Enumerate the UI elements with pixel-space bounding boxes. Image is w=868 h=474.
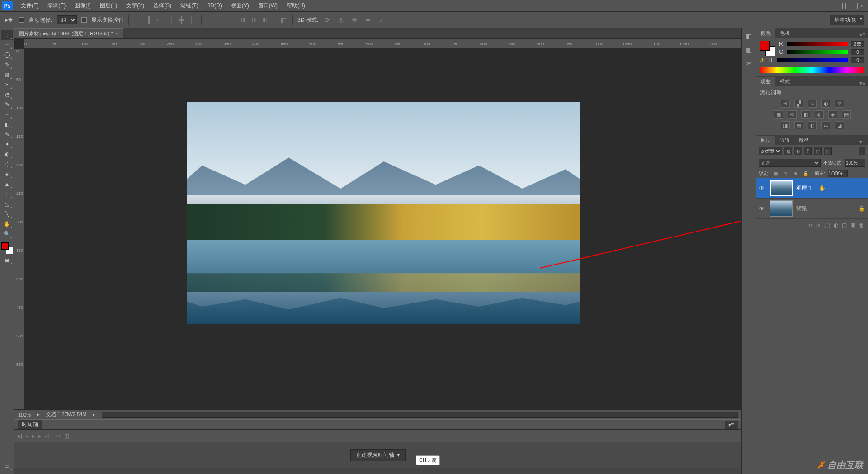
menu-图层L[interactable]: 图层(L): [95, 2, 122, 9]
tool-18[interactable]: ╲: [1, 209, 13, 219]
tool-19[interactable]: ✋: [1, 219, 13, 229]
layer-filter-dropdown[interactable]: ρ 类型: [759, 147, 782, 155]
channel-G-value[interactable]: 0: [851, 49, 864, 55]
tab-styles[interactable]: 样式: [775, 77, 794, 86]
auto-select-checkbox[interactable]: [19, 17, 24, 23]
layer-item[interactable]: 👁背景🔒: [756, 199, 868, 219]
dist-left-icon[interactable]: Ⅲ: [239, 15, 248, 24]
tab-paths[interactable]: 路径: [794, 136, 813, 145]
quick-mask-icon[interactable]: ◙: [1, 255, 13, 265]
tool-16[interactable]: T: [1, 189, 13, 199]
layer-name[interactable]: 背景: [796, 205, 807, 213]
menu-帮助H[interactable]: 帮助(H): [282, 2, 310, 9]
dist-hcenter-icon[interactable]: Ⅲ: [250, 15, 259, 24]
colorbalance-icon[interactable]: ⚖: [788, 110, 797, 118]
document-tab[interactable]: 图片素材.jpeg @ 100% (图层 1, RGB/8#) * ×: [14, 28, 123, 38]
next-frame-icon[interactable]: ▸: [38, 433, 41, 439]
tool-5[interactable]: ✂: [1, 80, 13, 90]
panel-menu-icon[interactable]: ▾≡: [857, 32, 868, 38]
tool-6[interactable]: ◔: [1, 90, 13, 100]
workspace-dropdown[interactable]: 基本功能: [830, 15, 864, 25]
tab-channels[interactable]: 通道: [775, 136, 794, 145]
bw-icon[interactable]: ◧: [801, 110, 810, 118]
menu-3DD[interactable]: 3D(D): [203, 2, 226, 9]
hue-strip[interactable]: [760, 67, 864, 73]
slide-3d-icon[interactable]: ⇔: [363, 15, 373, 24]
color-mini-icon[interactable]: ◧: [745, 32, 754, 41]
filter-shape-icon[interactable]: ▢: [814, 147, 822, 155]
auto-select-dropdown[interactable]: 组: [57, 15, 77, 24]
screen-mode-icon[interactable]: ▭: [1, 461, 13, 471]
panel-menu-icon[interactable]: ▾≡: [857, 80, 868, 86]
foreground-color-swatch[interactable]: [1, 242, 9, 250]
zoom-popup-icon[interactable]: ▸: [37, 412, 40, 417]
timeline-tab[interactable]: 时间轴: [18, 420, 42, 429]
fill-input[interactable]: [828, 170, 848, 177]
align-hcenter-icon[interactable]: ╪: [177, 15, 186, 24]
filter-type-icon[interactable]: T: [804, 147, 812, 155]
go-last-icon[interactable]: ◂|: [45, 433, 49, 439]
filter-adjust-icon[interactable]: ◐: [794, 147, 802, 155]
opacity-input[interactable]: [845, 159, 865, 167]
maximize-button[interactable]: □: [845, 3, 854, 9]
exposure-icon[interactable]: ◐: [821, 100, 830, 108]
transition-icon[interactable]: ◫: [64, 433, 69, 439]
canvas[interactable]: [24, 49, 741, 409]
menu-文件F[interactable]: 文件(F): [16, 2, 43, 9]
menu-滤镜T[interactable]: 滤镜(T): [176, 2, 203, 9]
tool-2[interactable]: ◯: [1, 50, 13, 60]
menu-编辑E[interactable]: 编辑(E): [43, 2, 70, 9]
play-icon[interactable]: ▸: [32, 433, 35, 439]
channelmixer-icon[interactable]: ◈: [828, 110, 837, 118]
menu-窗口W[interactable]: 窗口(W): [254, 2, 282, 9]
layer-thumbnail[interactable]: [770, 180, 793, 196]
minimize-button[interactable]: —: [834, 3, 843, 9]
dist-top-icon[interactable]: ≡: [206, 15, 215, 24]
tool-17[interactable]: ◺: [1, 199, 13, 209]
channel-B-slider[interactable]: [777, 58, 848, 62]
lock-all-icon[interactable]: 🔒: [802, 170, 809, 177]
tool-9[interactable]: ◧: [1, 119, 13, 129]
auto-align-icon[interactable]: ▦: [279, 15, 288, 24]
scrollbar-horizontal[interactable]: [102, 412, 738, 418]
color-swatch[interactable]: [1, 242, 13, 254]
align-top-icon[interactable]: ⌐: [133, 15, 142, 24]
align-vcenter-icon[interactable]: ╫: [144, 15, 153, 24]
layer-item[interactable]: 👁图层 1✋: [756, 178, 868, 199]
create-timeline-button[interactable]: 创建视频时间轴▾: [350, 449, 406, 461]
align-right-icon[interactable]: ╢: [188, 15, 197, 24]
dist-right-icon[interactable]: Ⅲ: [260, 15, 269, 24]
tool-14[interactable]: ◈: [1, 169, 13, 179]
tool-15[interactable]: ▲: [1, 179, 13, 189]
roll-3d-icon[interactable]: ◎: [336, 15, 345, 24]
dist-vcenter-icon[interactable]: ≡: [217, 15, 226, 24]
pan-3d-icon[interactable]: ✥: [350, 15, 359, 24]
levels-icon[interactable]: ▞: [794, 100, 803, 108]
show-transform-checkbox[interactable]: [81, 17, 87, 23]
go-first-icon[interactable]: ▸|: [18, 433, 22, 439]
layer-name[interactable]: 图层 1: [796, 185, 811, 192]
tool-0[interactable]: ↕: [1, 30, 13, 40]
link-layers-icon[interactable]: ⇔: [808, 222, 813, 228]
tool-7[interactable]: ✎: [1, 100, 13, 109]
new-group-icon[interactable]: ▢: [842, 222, 847, 228]
visibility-icon[interactable]: 👁: [759, 205, 766, 212]
lock-position-icon[interactable]: ✥: [792, 170, 799, 177]
tab-adjustments[interactable]: 调整: [756, 77, 775, 86]
channel-R-value[interactable]: 255: [851, 41, 864, 47]
invert-icon[interactable]: ◨: [781, 121, 790, 129]
tool-12[interactable]: ◐: [1, 149, 13, 159]
colorlookup-icon[interactable]: ▤: [842, 110, 851, 118]
layer-fx-icon[interactable]: fx: [816, 222, 821, 228]
vibrance-icon[interactable]: ▽: [835, 100, 844, 108]
menu-文字Y[interactable]: 文字(Y): [122, 2, 149, 9]
close-button[interactable]: ×: [857, 3, 866, 9]
tool-3[interactable]: ✎: [1, 60, 13, 70]
filter-pixel-icon[interactable]: ▩: [784, 147, 792, 155]
tool-4[interactable]: ▩: [1, 70, 13, 80]
hue-icon[interactable]: ▦: [774, 110, 783, 118]
layer-mask-icon[interactable]: ◯: [824, 222, 830, 228]
filter-toggle[interactable]: [859, 147, 865, 155]
channel-B-value[interactable]: 0: [851, 57, 864, 63]
tab-layers[interactable]: 图层: [756, 136, 775, 145]
